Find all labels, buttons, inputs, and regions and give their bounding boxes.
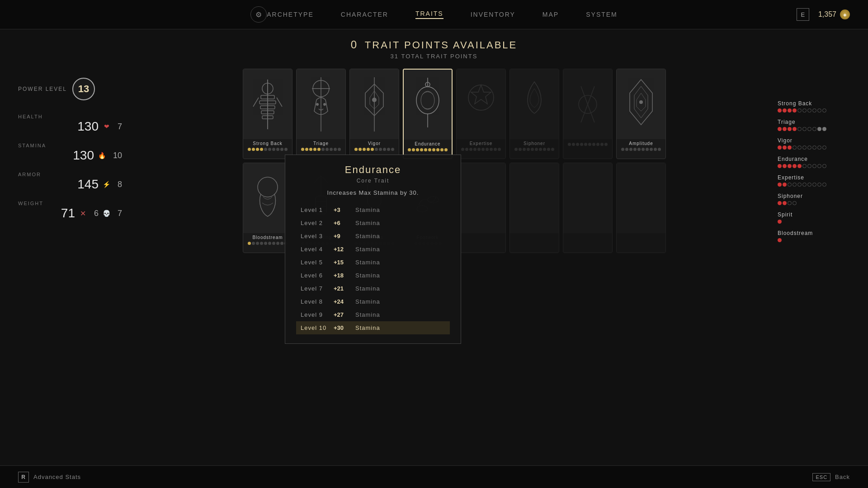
amplitude-name: Amplitude (628, 139, 654, 147)
nav-right: E 1,357 ◈ (797, 8, 850, 21)
currency-icon: ◈ (840, 9, 850, 19)
level-stat: Stamina (355, 259, 380, 266)
level-label: Level 3 (301, 233, 330, 239)
nav-system[interactable]: SYSTEM (586, 11, 618, 18)
level-value: +6 (334, 220, 352, 226)
svg-point-28 (639, 100, 643, 104)
back-button[interactable]: ESC Back (812, 473, 850, 481)
r-key-icon: R (18, 472, 29, 483)
trait-header: 0 TRAIT POINTS AVAILABLE 31 TOTAL TRAIT … (0, 29, 868, 64)
vigor-name: Vigor (367, 139, 382, 147)
empty4-name (587, 233, 589, 236)
level-value: +27 (334, 311, 352, 318)
trait-card-triage[interactable]: Triage (296, 69, 346, 159)
health-sub: 7 (118, 122, 122, 131)
armor-icon: ⚡ (102, 180, 111, 189)
level-label: Level 5 (301, 259, 330, 266)
trait-card-strong-back[interactable]: Strong Back (243, 69, 292, 159)
nav-map[interactable]: MAP (542, 11, 559, 18)
nav-items: ARCHETYPE CHARACTER TRAITS INVENTORY MAP… (267, 10, 618, 19)
trait-points-available: 0 TRAIT POINTS AVAILABLE (0, 38, 868, 51)
nav-traits[interactable]: TRAITS (415, 10, 443, 19)
popup-title: Endurance (296, 164, 450, 176)
svg-point-15 (372, 98, 377, 102)
right-spirit: Spirit (778, 211, 859, 224)
top-nav: ⚙ ARCHETYPE CHARACTER TRAITS INVENTORY M… (0, 0, 868, 29)
right-strong-back-dots (778, 108, 859, 113)
nav-character[interactable]: CHARACTER (341, 11, 388, 18)
trait-card-endurance[interactable]: Endurance (403, 69, 453, 159)
right-endurance-dots (778, 164, 859, 168)
empty2-art (457, 163, 505, 233)
health-row: HEALTH 130 ❤ 7 (18, 114, 122, 134)
right-triage-dots (778, 127, 859, 131)
right-expertise-name: Expertise (778, 174, 859, 181)
trait-card-empty4[interactable] (563, 163, 613, 253)
level-row: Level 5 +15 Stamina (296, 256, 450, 269)
stamina-label: STAMINA (18, 143, 54, 148)
trait-card-vigor[interactable]: Vigor (349, 69, 399, 159)
left-panel: POWER LEVEL 13 HEALTH 130 ❤ 7 STAMINA 13… (0, 64, 140, 488)
level-value: +21 (334, 285, 352, 292)
weight-row: WEIGHT 71 ✕ 6 💀 7 (18, 201, 122, 221)
right-expertise: Expertise (778, 174, 859, 187)
endurance-dots (406, 147, 449, 152)
right-siphoner-dots (778, 201, 859, 205)
level-row: Level 8 +24 Stamina (296, 295, 450, 308)
empty5-name (640, 233, 642, 236)
stamina-sub: 10 (113, 151, 122, 160)
weight-label: WEIGHT (18, 201, 54, 206)
vigor-art (350, 69, 399, 139)
trait-card-expertise[interactable]: Expertise (456, 69, 506, 159)
bloodstream-name: Bloodstream (251, 233, 283, 241)
strong-back-dots (246, 147, 289, 152)
trait-card-empty5[interactable] (616, 163, 666, 253)
trait-card-siphoner[interactable]: Siphoner (509, 69, 559, 159)
level-stat: Stamina (355, 220, 380, 226)
level-value: +12 (334, 246, 352, 253)
stamina-icon: 🔥 (98, 151, 107, 160)
right-bloodstream-name: Bloodstream (778, 230, 859, 236)
level-stat: Stamina (355, 311, 380, 318)
svg-line-8 (277, 98, 282, 107)
bloodstream-dots (246, 241, 289, 246)
bottom-bar: R Advanced Stats ESC Back (0, 465, 868, 488)
search-button[interactable]: ⚙ (250, 6, 267, 23)
stamina-value: 130 (62, 148, 94, 163)
endurance-art (404, 70, 452, 140)
weight-value: 71 (43, 206, 75, 221)
nav-inventory[interactable]: INVENTORY (471, 11, 515, 18)
expertise-art (457, 69, 505, 139)
trait-card-empty3[interactable] (509, 163, 559, 253)
empty5-art (617, 163, 665, 233)
trait-card-amplitude[interactable]: Amplitude (616, 69, 666, 159)
health-value: 130 (67, 119, 99, 134)
strong-back-art (243, 69, 292, 139)
trait-card-empty2[interactable] (456, 163, 506, 253)
death-sub: 7 (118, 209, 122, 218)
vigor-dots (353, 147, 396, 152)
svg-point-16 (416, 87, 439, 114)
level-label: Level 6 (301, 272, 330, 279)
trait-points-count: 0 (351, 38, 358, 51)
siphoner-dots (513, 147, 556, 152)
power-level-badge: 13 (72, 78, 95, 100)
e-key-button[interactable]: E (797, 8, 809, 21)
advanced-stats-button[interactable]: R Advanced Stats (18, 472, 81, 483)
level-row: Level 3 +9 Stamina (296, 230, 450, 243)
amplitude-art (617, 69, 665, 139)
right-bloodstream-dots (778, 238, 859, 242)
right-strong-back-name: Strong Back (778, 100, 859, 107)
health-icon: ❤ (102, 122, 111, 131)
trait-card-empty1[interactable] (563, 69, 613, 159)
level-label: Level 2 (301, 220, 330, 226)
nav-archetype[interactable]: ARCHETYPE (267, 11, 314, 18)
level-row: Level 2 +6 Stamina (296, 216, 450, 230)
right-spirit-name: Spirit (778, 211, 859, 218)
right-panel: Strong Back Triage Vigor (769, 64, 868, 488)
empty1-dots (566, 142, 609, 147)
triage-dots (299, 147, 343, 152)
currency-value: 1,357 (818, 10, 836, 19)
armor-row: ARMOR 145 ⚡ 8 (18, 172, 122, 192)
main-content: POWER LEVEL 13 HEALTH 130 ❤ 7 STAMINA 13… (0, 64, 868, 488)
